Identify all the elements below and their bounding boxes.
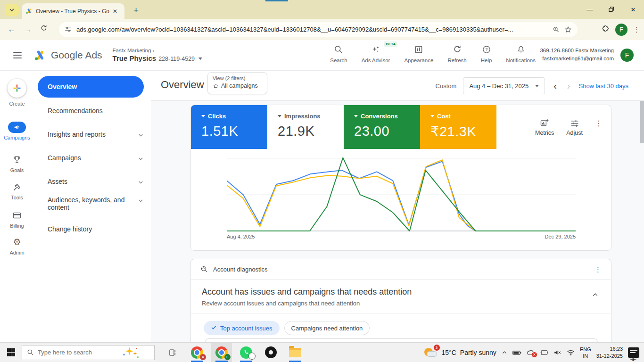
- rail-item-billing[interactable]: Billing: [0, 210, 34, 229]
- rail-item-label: Tools: [0, 195, 34, 200]
- metric-tile-conversions[interactable]: Conversions23.00: [344, 105, 420, 149]
- adjust-button[interactable]: Adjust: [566, 118, 583, 136]
- show-last-30-days-link[interactable]: Show last 30 days: [578, 82, 628, 90]
- tab-close-icon[interactable]: ✕: [113, 8, 117, 15]
- clock[interactable]: 16:23 31-12-2025: [596, 346, 623, 360]
- extensions-icon[interactable]: [602, 25, 610, 34]
- weather-icon: 3: [424, 346, 438, 359]
- volume-muted-icon[interactable]: [553, 349, 561, 356]
- page-scrollbar[interactable]: [640, 101, 644, 143]
- metric-label: Clicks: [208, 113, 226, 120]
- diagnostics-menu-icon[interactable]: ⋮: [594, 268, 602, 271]
- collapse-section-button[interactable]: [592, 291, 599, 300]
- appearance-button[interactable]: Appearance: [404, 45, 433, 63]
- tools-icon: [0, 181, 34, 193]
- back-button[interactable]: ←: [4, 25, 20, 34]
- sidebar-item-insights-and-reports[interactable]: Insights and reports: [48, 131, 137, 138]
- taskbar-search[interactable]: [22, 345, 155, 360]
- help-button[interactable]: ?Help: [481, 45, 492, 63]
- notifications-button[interactable]: Notifications: [506, 45, 536, 63]
- chatgpt-app[interactable]: [260, 343, 281, 362]
- performance-chart[interactable]: [227, 155, 576, 232]
- sidebar-item-campaigns[interactable]: Campaigns: [48, 154, 137, 162]
- wifi-icon[interactable]: [567, 349, 575, 356]
- date-range-selector[interactable]: Aug 4 – Dec 31, 2025: [463, 77, 545, 94]
- sidebar-item-overview[interactable]: Overview: [38, 76, 144, 98]
- chevron-down-icon: [138, 132, 144, 140]
- chrome-app-2-active[interactable]: F: [211, 343, 232, 362]
- reload-button[interactable]: [36, 25, 52, 34]
- help-icon: ?: [482, 45, 491, 56]
- start-button[interactable]: [0, 348, 22, 356]
- zoom-page-icon[interactable]: [553, 26, 560, 33]
- metric-tile-clicks[interactable]: Clicks1.51K: [191, 105, 267, 149]
- rail-item-label: Campaigns: [0, 135, 34, 140]
- task-view-icon: [168, 348, 177, 357]
- window-restore-button[interactable]: [601, 0, 622, 19]
- user-avatar[interactable]: F: [620, 49, 634, 62]
- rail-item-tools[interactable]: Tools: [0, 181, 34, 200]
- sidebar-item-recommendations[interactable]: Recommendations: [48, 107, 137, 115]
- hamburger-menu-icon[interactable]: [13, 50, 22, 60]
- sidebar-item-audiences-keywords-and-content[interactable]: Audiences, keywords, and content: [48, 196, 137, 211]
- search-icon: [27, 349, 34, 356]
- taskbar-search-input[interactable]: [38, 349, 118, 356]
- campaign-filter-chip[interactable]: View (2 filters) All campaigns: [207, 72, 267, 94]
- account-email: fastxmarketing61@gmail.com: [540, 55, 614, 63]
- browser-menu-icon[interactable]: ⋮: [633, 28, 640, 31]
- breadcrumb[interactable]: Fastx Marketing ›: [113, 47, 203, 54]
- rail-item-goals[interactable]: Goals: [0, 154, 34, 173]
- whatsapp-app[interactable]: [236, 343, 256, 362]
- previous-period-button[interactable]: ‹: [552, 81, 559, 91]
- cast-screen-icon[interactable]: [540, 349, 548, 356]
- address-bar[interactable]: ads.google.com/aw/overview?ocid=10363413…: [59, 22, 578, 37]
- google-ads-logo[interactable]: Google Ads: [34, 49, 102, 61]
- ads-advisor-button[interactable]: BETAAds Advisor: [362, 45, 390, 63]
- metric-value: 21.9K: [278, 123, 344, 139]
- browser-tab[interactable]: Overview - True Physics - Goog ✕: [22, 3, 124, 19]
- bell-icon: [516, 45, 526, 56]
- account-selector[interactable]: True Physics228-119-4529: [113, 54, 203, 63]
- create-button[interactable]: [8, 79, 26, 98]
- site-settings-icon[interactable]: [65, 26, 72, 33]
- url-text[interactable]: ads.google.com/aw/overview?ocid=10363413…: [76, 26, 548, 33]
- browser-profile-avatar[interactable]: F: [615, 24, 627, 36]
- tab-search-button[interactable]: [5, 4, 19, 16]
- chevron-down-icon: [535, 85, 539, 87]
- bookmark-star-icon[interactable]: [564, 26, 572, 33]
- action-label: Help: [481, 58, 492, 63]
- chart-line-conversions: [227, 158, 576, 231]
- language-indicator[interactable]: ENGIN: [580, 346, 591, 360]
- metrics-button[interactable]: Metrics: [535, 118, 554, 136]
- action-label: Ads Advisor: [362, 58, 390, 63]
- new-tab-button[interactable]: +: [133, 5, 139, 16]
- weather-widget[interactable]: 3 15°C Partly sunny: [424, 346, 496, 359]
- sidebar-item-change-history[interactable]: Change history: [48, 225, 137, 233]
- next-period-button[interactable]: ›: [565, 81, 572, 91]
- sidebar-item-assets[interactable]: Assets: [48, 178, 137, 185]
- chatgpt-icon: [265, 346, 277, 358]
- rail-item-campaigns[interactable]: Campaigns: [0, 122, 34, 140]
- tray-expand-chevron[interactable]: [502, 350, 507, 355]
- rail-item-admin[interactable]: ⚙Admin: [0, 237, 34, 255]
- metric-tile-cost[interactable]: Cost₹21.3K: [420, 105, 496, 149]
- onedrive-error-icon[interactable]: ✕: [527, 350, 535, 356]
- sparkle-icon: [371, 45, 380, 56]
- task-view-button[interactable]: [162, 343, 183, 362]
- folder-icon: [289, 348, 301, 357]
- metric-tile-impressions[interactable]: Impressions21.9K: [267, 105, 344, 149]
- notification-center-button[interactable]: 1: [628, 347, 639, 358]
- forward-button[interactable]: →: [20, 25, 36, 34]
- search-button[interactable]: Search: [330, 45, 347, 63]
- filter-chip-campaigns-need-attention[interactable]: Campaigns need attention: [284, 321, 370, 335]
- browser-tab-strip: Overview - True Physics - Goog ✕ + — ✕: [0, 0, 644, 19]
- window-minimize-button[interactable]: —: [579, 0, 601, 19]
- card-menu-icon[interactable]: ⋮: [595, 122, 603, 124]
- window-close-button[interactable]: ✕: [622, 0, 644, 19]
- file-explorer-app[interactable]: [285, 343, 305, 362]
- chrome-app-1[interactable]: A: [187, 343, 207, 362]
- refresh-button[interactable]: Refresh: [447, 45, 466, 63]
- filter-chip-top-account-issues[interactable]: Top account issues: [204, 321, 280, 335]
- battery-icon[interactable]: [512, 350, 521, 356]
- chevron-down-icon: [138, 197, 144, 205]
